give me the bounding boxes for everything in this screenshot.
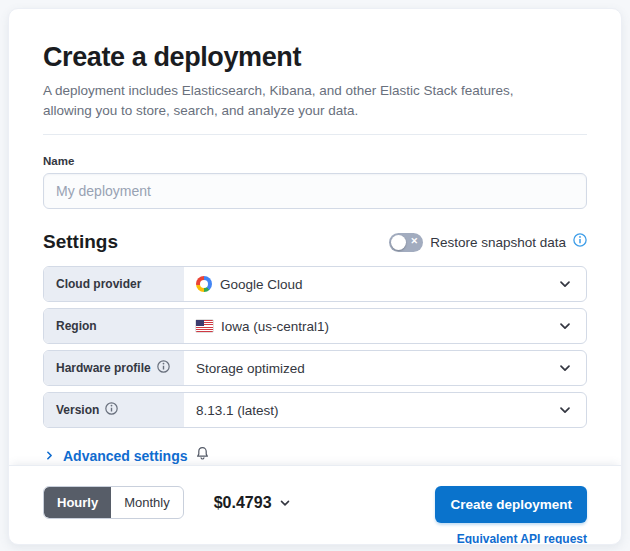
row-value-text: Iowa (us-central1) [221,319,329,334]
equivalent-api-request-link[interactable]: Equivalent API request [457,532,587,545]
chevron-down-icon [557,309,586,343]
header-divider [43,134,587,135]
name-label: Name [43,155,587,167]
chevron-down-icon [278,496,292,510]
us-flag-icon [196,320,213,332]
chevron-down-icon [557,267,586,301]
cloud-provider-label-cell: Cloud provider [44,267,184,301]
row-label-text: Hardware profile [56,361,151,375]
bell-icon [195,446,210,465]
deployment-name-input[interactable] [43,173,587,209]
region-value: Iowa (us-central1) [184,309,557,343]
cloud-provider-value: Google Cloud [184,267,557,301]
info-icon [105,402,118,418]
hardware-profile-value: Storage optimized [184,351,557,385]
page-subtitle: A deployment includes Elasticsearch, Kib… [43,81,563,122]
name-field-block: Name [43,155,587,209]
restore-snapshot-toggle[interactable]: ✕ [389,233,423,252]
hardware-profile-label-cell: Hardware profile [44,351,184,385]
version-label-cell: Version [44,393,184,427]
version-select[interactable]: Version 8.13.1 (latest) [43,392,587,428]
restore-snapshot-label: Restore snapshot data [430,235,566,250]
dialog-body: Create a deployment A deployment include… [9,9,621,465]
create-deployment-button[interactable]: Create deployment [435,486,587,523]
price-value: $0.4793 [214,494,272,512]
create-deployment-dialog: Create a deployment A deployment include… [8,8,622,545]
row-label-text: Cloud provider [56,277,141,291]
settings-heading: Settings [43,231,118,253]
row-value-text: Storage optimized [196,361,305,376]
cloud-provider-select[interactable]: Cloud provider Google Cloud [43,266,587,302]
row-label-text: Version [56,403,99,417]
chevron-down-icon [557,393,586,427]
price-dropdown[interactable]: $0.4793 [214,486,292,519]
billing-monthly-button[interactable]: Monthly [111,487,183,518]
advanced-settings-link[interactable]: Advanced settings [63,448,187,464]
toggle-knob [391,235,406,250]
dialog-footer: Hourly Monthly $0.4793 Create deployment… [9,465,621,545]
billing-interval-toggle: Hourly Monthly [43,486,184,519]
google-cloud-icon [196,276,212,292]
region-select[interactable]: Region Iowa (us-central1) [43,308,587,344]
restore-snapshot-group: ✕ Restore snapshot data [389,233,587,252]
row-value-text: Google Cloud [220,277,303,292]
settings-header: Settings ✕ Restore snapshot data [43,231,587,253]
region-label-cell: Region [44,309,184,343]
row-value-text: 8.13.1 (latest) [196,403,279,418]
settings-select-rows: Cloud provider Google Cloud Region [43,266,587,428]
info-icon [157,360,170,376]
chevron-right-icon [43,449,56,462]
page-title: Create a deployment [43,43,587,73]
advanced-settings-row: Advanced settings [43,446,587,465]
toggle-off-x-icon: ✕ [411,238,419,247]
row-label-text: Region [56,319,97,333]
billing-hourly-button[interactable]: Hourly [44,487,111,518]
hardware-profile-select[interactable]: Hardware profile Storage optimized [43,350,587,386]
footer-actions: Create deployment Equivalent API request [435,486,587,545]
version-value: 8.13.1 (latest) [184,393,557,427]
info-icon[interactable] [573,233,587,251]
chevron-down-icon [557,351,586,385]
